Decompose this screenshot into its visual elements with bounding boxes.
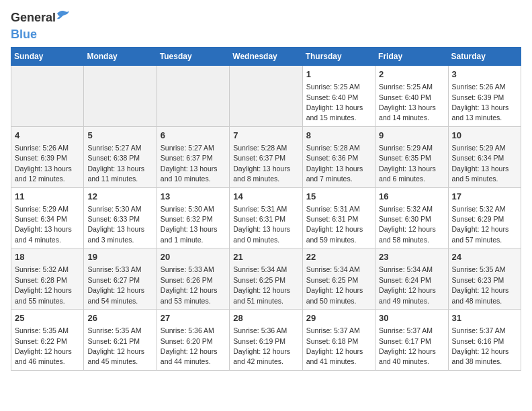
calendar-day-14: 14Sunrise: 5:31 AM Sunset: 6:31 PM Dayli… (230, 187, 302, 248)
calendar-day-27: 27Sunrise: 5:36 AM Sunset: 6:20 PM Dayli… (157, 310, 229, 371)
calendar-week-2: 4Sunrise: 5:26 AM Sunset: 6:39 PM Daylig… (11, 126, 521, 187)
day-info: Sunrise: 5:34 AM Sunset: 6:25 PM Dayligh… (233, 265, 290, 304)
day-number: 15 (306, 191, 371, 203)
day-number: 4 (15, 130, 80, 142)
day-number: 31 (452, 312, 517, 324)
day-number: 25 (15, 312, 80, 324)
day-info: Sunrise: 5:31 AM Sunset: 6:31 PM Dayligh… (233, 205, 290, 244)
calendar-day-13: 13Sunrise: 5:30 AM Sunset: 6:32 PM Dayli… (157, 187, 229, 248)
day-info: Sunrise: 5:30 AM Sunset: 6:32 PM Dayligh… (161, 205, 218, 244)
day-info: Sunrise: 5:34 AM Sunset: 6:25 PM Dayligh… (306, 265, 363, 304)
day-info: Sunrise: 5:27 AM Sunset: 6:38 PM Dayligh… (87, 144, 144, 183)
header-day-sunday: Sunday (11, 48, 84, 66)
calendar-body: 1Sunrise: 5:25 AM Sunset: 6:40 PM Daylig… (11, 66, 521, 371)
day-number: 23 (379, 251, 444, 263)
day-number: 8 (306, 130, 371, 142)
logo-blue-text: Blue (11, 28, 37, 41)
day-info: Sunrise: 5:30 AM Sunset: 6:33 PM Dayligh… (87, 205, 144, 244)
calendar-day-1: 1Sunrise: 5:25 AM Sunset: 6:40 PM Daylig… (302, 66, 375, 127)
calendar-day-empty (230, 66, 302, 127)
header-day-tuesday: Tuesday (157, 48, 229, 66)
day-number: 5 (87, 130, 152, 142)
calendar-day-24: 24Sunrise: 5:35 AM Sunset: 6:23 PM Dayli… (448, 248, 521, 310)
day-info: Sunrise: 5:32 AM Sunset: 6:29 PM Dayligh… (452, 205, 509, 244)
calendar-header: SundayMondayTuesdayWednesdayThursdayFrid… (11, 48, 521, 66)
calendar-day-22: 22Sunrise: 5:34 AM Sunset: 6:25 PM Dayli… (302, 248, 375, 310)
page-header: General Blue (11, 11, 521, 42)
day-number: 29 (306, 312, 371, 324)
calendar-day-11: 11Sunrise: 5:29 AM Sunset: 6:34 PM Dayli… (11, 187, 84, 248)
header-day-friday: Friday (375, 48, 448, 66)
day-info: Sunrise: 5:31 AM Sunset: 6:31 PM Dayligh… (306, 205, 363, 244)
day-number: 6 (161, 130, 226, 142)
header-day-saturday: Saturday (448, 48, 521, 66)
calendar-day-5: 5Sunrise: 5:27 AM Sunset: 6:38 PM Daylig… (84, 126, 157, 187)
logo-bird-icon (56, 8, 71, 20)
day-number: 19 (87, 251, 152, 263)
calendar-day-18: 18Sunrise: 5:32 AM Sunset: 6:28 PM Dayli… (11, 248, 84, 310)
day-info: Sunrise: 5:37 AM Sunset: 6:18 PM Dayligh… (306, 326, 363, 365)
calendar-day-8: 8Sunrise: 5:28 AM Sunset: 6:36 PM Daylig… (302, 126, 375, 187)
day-number: 7 (233, 130, 298, 142)
day-number: 21 (233, 251, 298, 263)
header-day-monday: Monday (84, 48, 157, 66)
day-number: 9 (379, 130, 444, 142)
calendar-day-empty (84, 66, 157, 127)
calendar-week-5: 25Sunrise: 5:35 AM Sunset: 6:22 PM Dayli… (11, 310, 521, 371)
day-number: 11 (15, 191, 80, 203)
day-number: 10 (452, 130, 517, 142)
logo: General Blue (11, 11, 56, 42)
calendar-day-7: 7Sunrise: 5:28 AM Sunset: 6:37 PM Daylig… (230, 126, 302, 187)
day-info: Sunrise: 5:29 AM Sunset: 6:35 PM Dayligh… (379, 144, 436, 183)
day-info: Sunrise: 5:36 AM Sunset: 6:20 PM Dayligh… (161, 326, 218, 365)
day-info: Sunrise: 5:37 AM Sunset: 6:16 PM Dayligh… (452, 326, 509, 365)
day-number: 26 (87, 312, 152, 324)
day-number: 2 (379, 68, 444, 81)
calendar-week-1: 1Sunrise: 5:25 AM Sunset: 6:40 PM Daylig… (11, 66, 521, 127)
calendar-day-3: 3Sunrise: 5:26 AM Sunset: 6:39 PM Daylig… (448, 66, 521, 127)
day-info: Sunrise: 5:25 AM Sunset: 6:40 PM Dayligh… (306, 83, 363, 122)
day-info: Sunrise: 5:32 AM Sunset: 6:30 PM Dayligh… (379, 205, 436, 244)
calendar-week-3: 11Sunrise: 5:29 AM Sunset: 6:34 PM Dayli… (11, 187, 521, 248)
day-info: Sunrise: 5:35 AM Sunset: 6:22 PM Dayligh… (15, 326, 72, 365)
day-info: Sunrise: 5:34 AM Sunset: 6:24 PM Dayligh… (379, 265, 436, 304)
logo-general-text: General (11, 11, 56, 24)
day-info: Sunrise: 5:33 AM Sunset: 6:26 PM Dayligh… (161, 265, 218, 304)
day-info: Sunrise: 5:33 AM Sunset: 6:27 PM Dayligh… (87, 265, 144, 304)
day-number: 24 (452, 251, 517, 263)
calendar-day-2: 2Sunrise: 5:25 AM Sunset: 6:40 PM Daylig… (375, 66, 448, 127)
day-number: 12 (87, 191, 152, 203)
calendar-day-17: 17Sunrise: 5:32 AM Sunset: 6:29 PM Dayli… (448, 187, 521, 248)
day-info: Sunrise: 5:28 AM Sunset: 6:37 PM Dayligh… (233, 144, 290, 183)
calendar-day-empty (11, 66, 84, 127)
day-number: 30 (379, 312, 444, 324)
day-number: 28 (233, 312, 298, 324)
calendar-day-4: 4Sunrise: 5:26 AM Sunset: 6:39 PM Daylig… (11, 126, 84, 187)
calendar-day-31: 31Sunrise: 5:37 AM Sunset: 6:16 PM Dayli… (448, 310, 521, 371)
calendar-day-10: 10Sunrise: 5:29 AM Sunset: 6:34 PM Dayli… (448, 126, 521, 187)
day-info: Sunrise: 5:27 AM Sunset: 6:37 PM Dayligh… (161, 144, 218, 183)
day-info: Sunrise: 5:26 AM Sunset: 6:39 PM Dayligh… (452, 83, 509, 122)
calendar-day-28: 28Sunrise: 5:36 AM Sunset: 6:19 PM Dayli… (230, 310, 302, 371)
calendar-day-20: 20Sunrise: 5:33 AM Sunset: 6:26 PM Dayli… (157, 248, 229, 310)
calendar-table: SundayMondayTuesdayWednesdayThursdayFrid… (11, 47, 521, 371)
day-info: Sunrise: 5:36 AM Sunset: 6:19 PM Dayligh… (233, 326, 290, 365)
calendar-day-30: 30Sunrise: 5:37 AM Sunset: 6:17 PM Dayli… (375, 310, 448, 371)
day-info: Sunrise: 5:29 AM Sunset: 6:34 PM Dayligh… (452, 144, 509, 183)
calendar-day-19: 19Sunrise: 5:33 AM Sunset: 6:27 PM Dayli… (84, 248, 157, 310)
day-info: Sunrise: 5:32 AM Sunset: 6:28 PM Dayligh… (15, 265, 72, 304)
day-info: Sunrise: 5:35 AM Sunset: 6:23 PM Dayligh… (452, 265, 509, 304)
day-number: 1 (306, 68, 371, 81)
day-number: 27 (161, 312, 226, 324)
calendar-day-9: 9Sunrise: 5:29 AM Sunset: 6:35 PM Daylig… (375, 126, 448, 187)
calendar-day-empty (157, 66, 229, 127)
calendar-day-6: 6Sunrise: 5:27 AM Sunset: 6:37 PM Daylig… (157, 126, 229, 187)
calendar-day-25: 25Sunrise: 5:35 AM Sunset: 6:22 PM Dayli… (11, 310, 84, 371)
day-number: 20 (161, 251, 226, 263)
calendar-day-29: 29Sunrise: 5:37 AM Sunset: 6:18 PM Dayli… (302, 310, 375, 371)
calendar-day-12: 12Sunrise: 5:30 AM Sunset: 6:33 PM Dayli… (84, 187, 157, 248)
header-day-thursday: Thursday (302, 48, 375, 66)
calendar-day-26: 26Sunrise: 5:35 AM Sunset: 6:21 PM Dayli… (84, 310, 157, 371)
calendar-day-23: 23Sunrise: 5:34 AM Sunset: 6:24 PM Dayli… (375, 248, 448, 310)
day-number: 22 (306, 251, 371, 263)
